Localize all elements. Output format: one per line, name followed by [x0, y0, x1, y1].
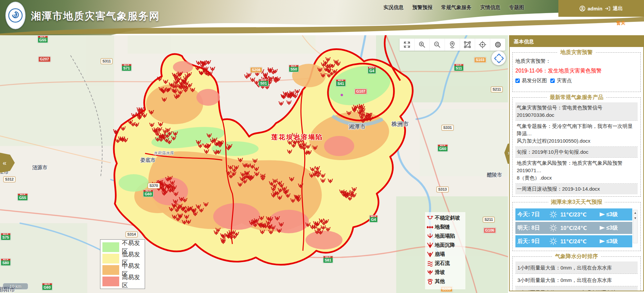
ground-subsidence-icon: [426, 242, 434, 249]
swatch-yellow: [102, 254, 119, 263]
map-toolbar: [400, 39, 505, 51]
disaster-point-icon[interactable]: [257, 83, 261, 87]
header: 湘潭市地质灾害气象服务网 实况信息 预警预报 常规气象服务 灾情信息 专题图 a…: [0, 0, 644, 35]
checkbox-label[interactable]: 灾害点: [557, 78, 572, 84]
risk-region: [114, 35, 413, 265]
disaster-point-icon[interactable]: [279, 102, 283, 106]
page: { "header": { "title": "湘潭市地质灾害气象服务网", "…: [0, 0, 644, 293]
chevron-left-icon: «: [3, 159, 6, 167]
panel-title: 地质灾害预警: [558, 49, 595, 56]
product-item[interactable]: 一周逐日滚动预报：2019-10-14.docx: [515, 184, 638, 194]
scroll-up-icon: ▲: [634, 210, 637, 215]
user-box[interactable]: admin 退出: [558, 0, 644, 17]
map-scale: 10 km: [3, 283, 28, 290]
logout-icon: [605, 6, 610, 11]
pan-left-icon: [495, 57, 496, 60]
disaster-point-icon[interactable]: [254, 81, 259, 85]
wind-direction-icon: [599, 239, 605, 244]
nav-item-warning-forecast[interactable]: 预警预报: [412, 4, 432, 11]
panel-title: 最新常规气象服务产品: [547, 94, 606, 101]
disaster-point-icon[interactable]: [282, 95, 286, 99]
zoom-in-icon[interactable]: [415, 39, 430, 51]
disaster-point-icon[interactable]: [260, 85, 265, 89]
layer-checkbox-risk-zones[interactable]: [515, 79, 520, 83]
precip-item: 1小时雨量最大值：0mm，出现在合东水库: [515, 261, 638, 274]
other-icon: [426, 278, 434, 285]
ground-collapse-icon: [426, 233, 434, 240]
wind-direction-icon: [599, 226, 605, 230]
product-item[interactable]: 气象灾害预警信号：雷电黄色预警信号2019070336.doc: [515, 102, 638, 121]
user-icon: [580, 6, 585, 11]
pan-down-icon: [497, 61, 501, 63]
precip-item: 3小时雨量最大值：0mm，出现在合东水库: [515, 274, 638, 286]
product-item[interactable]: 旬报：2019年10月中旬旬报.doc: [515, 147, 638, 158]
logout-label[interactable]: 退出: [613, 5, 623, 12]
forecast-row-day-after: 后天: 9日 11℃/24℃ ≤3级: [515, 235, 632, 247]
ground-fissure-icon: [426, 224, 434, 231]
special-point: [341, 94, 343, 96]
precip-panel: 气象降水分时排序 1小时雨量最大值：0mm，出现在合东水库 3小时雨量最大值：0…: [512, 253, 641, 291]
rockfall-icon: [426, 251, 434, 258]
geo-warning-panel: 地质灾害预警 地质灾害预警： 2019-11-06：发生地质灾害黄色预警 易发分…: [512, 49, 641, 92]
warning-message: 2019-11-06：发生地质灾害黄色预警: [515, 67, 638, 75]
unstable-slope-icon: [426, 214, 434, 222]
disaster-symbol-legend: 不稳定斜坡 地裂缝 地面塌陷 地面沉降 崩塌 泥石流 滑坡 其他: [425, 212, 465, 289]
swatch-green: [102, 242, 119, 252]
product-item[interactable]: 地质灾害气象风险预警：地质灾害气象风险预警2019071…8（黄色）.docx: [515, 158, 638, 184]
pan-right-icon: [502, 57, 503, 60]
info-sidebar: 基本信息 地质灾害预警 地质灾害预警： 2019-11-06：发生地质灾害黄色预…: [509, 35, 644, 291]
target-icon[interactable]: [475, 39, 490, 51]
wind-direction-icon: [599, 212, 605, 217]
sidebar-title: 基本信息: [510, 36, 643, 47]
sunny-icon: [548, 210, 558, 219]
disaster-point-icon[interactable]: [255, 72, 260, 76]
forecast-panel: 湘潭未来3天天气预报 今天: 7日 11℃/23℃ ≤3级 明天: 8日 10℃…: [512, 199, 641, 251]
precip-item: 6小时雨量最大值：0.3mm，出现在洋潭电站: [515, 286, 638, 291]
nav-item-thematic-map[interactable]: 专题图: [509, 4, 524, 11]
locate-pin-icon[interactable]: [445, 39, 460, 51]
username: admin: [588, 6, 602, 11]
sunny-icon: [548, 223, 558, 233]
zoom-out-icon[interactable]: [430, 39, 445, 51]
landslide-icon: [426, 269, 434, 276]
disaster-point-icon[interactable]: [210, 67, 215, 71]
forecast-row-today: 今天: 7日 11℃/23℃ ≤3级: [515, 208, 632, 221]
sunny-icon: [548, 237, 558, 246]
swatch-red: [102, 277, 119, 286]
site-title: 湘潭市地质灾害气象服务网: [31, 9, 160, 23]
nav-item-disaster-info[interactable]: 灾情信息: [480, 4, 500, 11]
products-panel: 最新常规气象服务产品 气象灾害预警信号：雷电黄色预警信号2019070336.d…: [512, 94, 641, 197]
disaster-point-icon[interactable]: [287, 101, 291, 105]
main-nav: 实况信息 预警预报 常规气象服务 灾情信息 专题图: [383, 4, 524, 11]
debris-flow-icon: [426, 260, 434, 267]
panel-title: 气象降水分时排序: [552, 253, 601, 260]
measure-area-icon[interactable]: [460, 39, 475, 51]
disaster-point-icon[interactable]: [265, 85, 270, 89]
pan-up-icon: [497, 54, 501, 56]
risk-zone-legend: 不易发区 低易发区 中易发区 高易发区: [100, 239, 145, 289]
product-item[interactable]: 气象专题服务：受冷空气南下影响，我市有一次明显降温…风力加大过程(2019100…: [515, 121, 638, 147]
fullscreen-icon[interactable]: [400, 39, 415, 51]
settings-gear-icon[interactable]: [490, 39, 505, 51]
checkbox-label[interactable]: 易发分区图: [522, 78, 547, 84]
forecast-row-tomorrow: 明天: 8日 10℃/24℃ ≤3级: [515, 222, 632, 234]
scroll-down-icon: ▼: [634, 215, 637, 221]
swatch-orange: [102, 265, 119, 275]
nav-item-live-info[interactable]: 实况信息: [383, 4, 404, 11]
notice-marquee: 暂关: [616, 20, 625, 26]
pan-control[interactable]: [491, 51, 506, 65]
legend-row: 高易发区: [102, 276, 143, 287]
layer-checkbox-disaster-points[interactable]: [550, 79, 555, 83]
warning-label: 地质灾害预警：: [515, 58, 638, 64]
nav-item-regular-service[interactable]: 常规气象服务: [441, 4, 471, 11]
forecast-scrollbar[interactable]: ▲ ▼: [633, 210, 638, 243]
panel-title: 湘潭未来3天天气预报: [548, 199, 605, 206]
site-logo: [5, 2, 26, 29]
